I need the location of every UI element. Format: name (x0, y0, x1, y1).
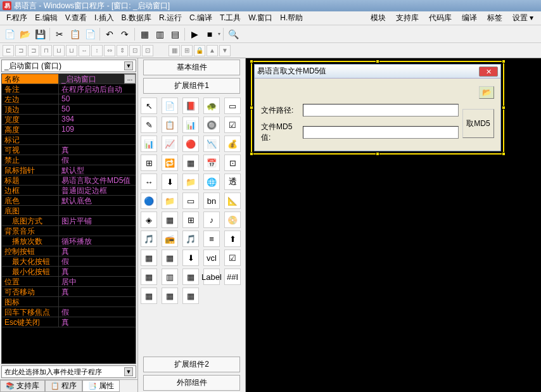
align-center-icon[interactable]: ⊐ (15, 45, 27, 56)
resize-handle-w[interactable] (250, 106, 253, 110)
redo-icon[interactable]: ↷ (118, 27, 132, 41)
component-item[interactable]: ▦ (162, 288, 178, 304)
spacing-v-icon[interactable]: ⇕ (117, 45, 128, 56)
lock-icon[interactable]: 🔒 (194, 45, 205, 56)
component-item[interactable]: ☑ (224, 250, 241, 266)
component-item[interactable]: 🔘 (203, 117, 220, 133)
property-row[interactable]: 最大化按钮假 (2, 256, 136, 267)
component-item[interactable]: 📊 (182, 117, 199, 133)
property-row[interactable]: 底图方式图片平铺 (2, 216, 136, 226)
component-item[interactable]: ▦ (182, 288, 199, 304)
component-item[interactable]: ⊞ (141, 155, 157, 171)
menu-run[interactable]: R.运行 (155, 11, 186, 25)
menu-compile[interactable]: C.编译 (186, 11, 216, 25)
property-edit-button[interactable]: ... (124, 74, 136, 84)
property-row[interactable]: 备注在程序启动后自动 (2, 84, 136, 94)
component-item[interactable]: 🔴 (182, 136, 199, 152)
component-item[interactable]: 🌐 (203, 174, 220, 190)
resize-handle-n[interactable] (376, 60, 379, 63)
component-item[interactable]: 📋 (162, 117, 178, 133)
align-mid-icon[interactable]: ⊔ (53, 45, 65, 56)
component-item[interactable]: Label (203, 269, 220, 285)
property-row[interactable]: 名称_启动窗口... (2, 74, 136, 84)
basic-components-button[interactable]: 基本组件 (143, 60, 240, 75)
component-item[interactable]: ▦ (141, 250, 157, 266)
property-row[interactable]: 宽度394 (2, 115, 136, 125)
align-top-icon[interactable]: ⊓ (41, 45, 52, 56)
component-item[interactable]: ▦ (162, 212, 178, 228)
spacing-h-icon[interactable]: ⇔ (104, 45, 115, 56)
property-value[interactable] (59, 135, 136, 144)
component-item[interactable]: vcl (203, 250, 220, 266)
component-item[interactable]: ⬇ (162, 174, 178, 190)
resize-handle-e[interactable] (502, 106, 506, 110)
menu-edit[interactable]: E.编辑 (31, 11, 61, 25)
component-item[interactable]: 📻 (162, 231, 178, 247)
tab-program[interactable]: 📋程序 (45, 380, 82, 392)
property-row[interactable]: 图标 (2, 297, 136, 307)
component-item[interactable]: ▥ (162, 269, 178, 285)
menu-tools[interactable]: T.工具 (216, 11, 245, 25)
component-item[interactable]: ▦ (141, 269, 157, 285)
property-value[interactable]: 居中 (59, 277, 136, 286)
menu-codelib[interactable]: 代码库 (424, 11, 457, 25)
get-md5-button[interactable]: 取MD5 (462, 109, 494, 138)
same-width-icon[interactable]: ↔ (79, 45, 90, 56)
menu-help[interactable]: H.帮助 (276, 11, 307, 25)
component-item[interactable]: 🎵 (141, 231, 157, 247)
property-value[interactable]: 394 (59, 115, 136, 124)
external-components-button[interactable]: 外部组件 (143, 375, 240, 391)
path-input[interactable] (303, 104, 459, 117)
menu-database[interactable]: B.数据库 (118, 11, 155, 25)
menu-window[interactable]: W.窗口 (245, 11, 276, 25)
property-value[interactable]: 真 (59, 317, 136, 327)
property-row[interactable]: 边框普通固定边框 (2, 186, 136, 196)
menu-file[interactable]: F.程序 (3, 11, 31, 25)
event-combo[interactable]: 在此处选择加入事件处理子程序 ▼ (1, 365, 136, 378)
component-item[interactable]: 📀 (224, 212, 241, 228)
property-row[interactable]: 底图 (2, 206, 136, 216)
property-value[interactable]: 真 (59, 145, 136, 155)
center-h-icon[interactable]: ⊡ (129, 45, 141, 56)
component-item[interactable]: ##I (224, 269, 241, 285)
component-item[interactable]: ◈ (141, 212, 157, 228)
design-canvas[interactable]: 易语言取文件MD5值 ✕ 📂 文件路径: 取MD5 文件MD5值: (246, 58, 541, 392)
menu-translate[interactable]: 编译 (457, 11, 482, 25)
resize-handle-nw[interactable] (250, 60, 253, 63)
menu-view[interactable]: V.查看 (61, 11, 91, 25)
component-item[interactable]: 🔵 (141, 193, 157, 209)
close-icon[interactable]: ✕ (479, 66, 498, 77)
same-height-icon[interactable]: ↕ (91, 45, 103, 56)
menu-insert[interactable]: I.插入 (91, 11, 118, 25)
property-value[interactable]: 图片平铺 (59, 216, 136, 225)
property-value[interactable]: 易语言取文件MD5值 (59, 175, 136, 185)
component-item[interactable]: ▦ (182, 155, 199, 171)
layout3-icon[interactable]: ▤ (168, 27, 182, 41)
property-value[interactable]: 默认底色 (59, 196, 136, 205)
property-value[interactable]: 109 (59, 125, 136, 134)
property-row[interactable]: 播放次数循环播放 (2, 236, 136, 246)
align-bot-icon[interactable]: ⊔ (66, 45, 77, 56)
component-item[interactable]: ▦ (162, 250, 178, 266)
component-item[interactable]: ⬇ (182, 250, 199, 266)
property-value[interactable]: 假 (59, 256, 136, 266)
property-row[interactable]: 标题易语言取文件MD5值 (2, 175, 136, 186)
cut-icon[interactable]: ✂ (53, 27, 67, 41)
property-row[interactable]: 最小化按钮真 (2, 267, 136, 277)
component-item[interactable]: 透 (224, 174, 241, 190)
menu-supportlib[interactable]: 支持库 (391, 11, 424, 25)
open-icon[interactable]: 📂 (18, 27, 32, 41)
property-grid[interactable]: 名称_启动窗口...备注在程序启动后自动左边50顶边50宽度394高度109标记… (1, 73, 136, 364)
property-value[interactable]: 普通固定边框 (59, 186, 136, 195)
property-value[interactable]: 默认型 (59, 165, 136, 175)
component-item[interactable]: 💰 (224, 136, 241, 152)
component-item[interactable]: ≡ (203, 231, 220, 247)
tab-support[interactable]: 📚支持库 (0, 380, 45, 392)
front-icon[interactable]: ▲ (207, 45, 218, 56)
property-row[interactable]: 控制按钮真 (2, 246, 136, 256)
stop-icon[interactable]: ■ (203, 27, 217, 41)
resize-handle-ne[interactable] (502, 60, 506, 63)
property-value[interactable]: _启动窗口 (59, 74, 124, 84)
component-item[interactable]: ⊡ (224, 155, 241, 171)
property-value[interactable]: 假 (59, 307, 136, 317)
